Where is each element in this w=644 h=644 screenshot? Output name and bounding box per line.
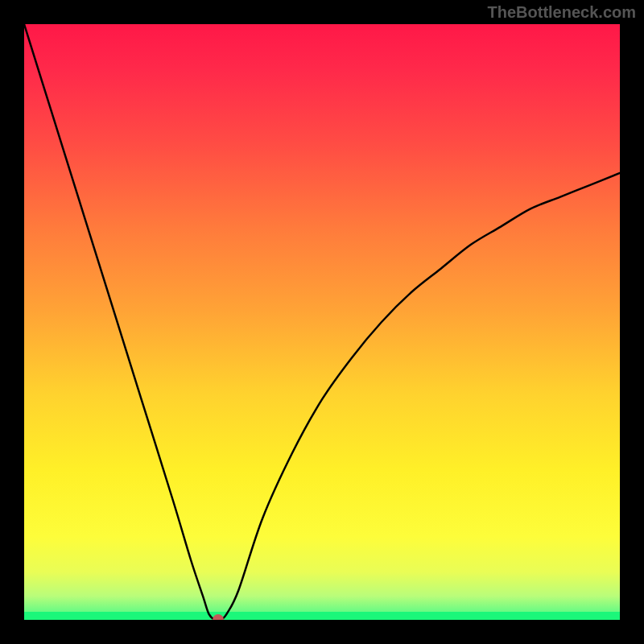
bottleneck-curve [24, 24, 620, 620]
watermark-text: TheBottleneck.com [488, 3, 636, 22]
chart-frame: TheBottleneck.com [0, 0, 644, 644]
plot-area [24, 24, 620, 620]
minimum-marker [213, 614, 224, 620]
